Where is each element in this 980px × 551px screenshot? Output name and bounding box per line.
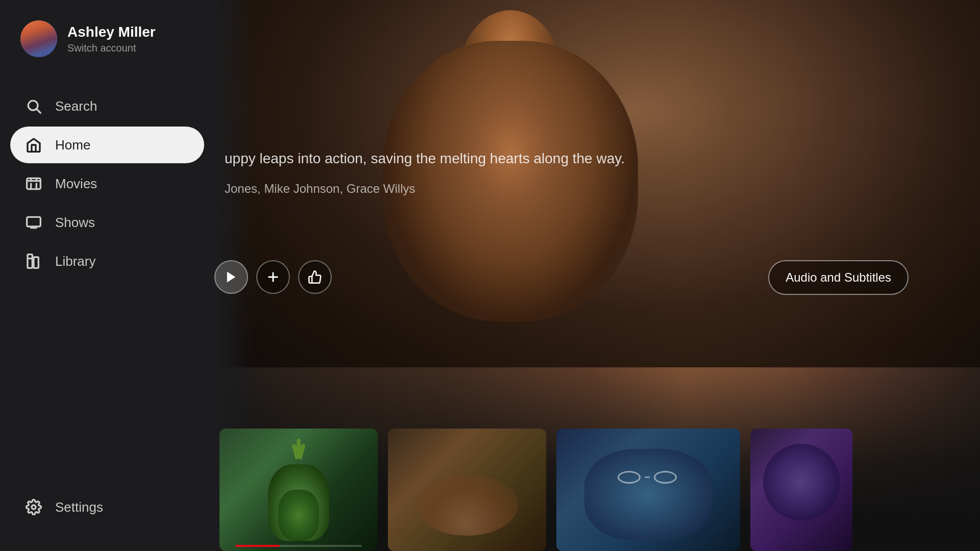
search-icon: [24, 97, 43, 115]
thumbnail-row: [214, 408, 980, 551]
progress-fill: [235, 545, 280, 547]
sidebar-item-settings[interactable]: Settings: [10, 489, 204, 525]
sidebar-item-search[interactable]: Search: [10, 88, 204, 124]
thumbnail-item[interactable]: [219, 429, 378, 551]
hero-text-area: uppy leaps into action, saving the melti…: [225, 148, 633, 216]
audio-subtitles-button[interactable]: Audio and Subtitles: [768, 260, 909, 295]
svg-rect-8: [27, 217, 41, 227]
home-label: Home: [55, 137, 90, 153]
settings-icon: [24, 498, 43, 516]
like-button[interactable]: [298, 260, 332, 294]
settings-section: Settings: [0, 479, 214, 551]
library-icon: [24, 252, 43, 270]
svg-rect-11: [28, 255, 32, 268]
svg-rect-12: [34, 257, 38, 268]
shows-icon: [24, 213, 43, 232]
svg-marker-15: [227, 272, 235, 283]
hero-cast: Jones, Mike Johnson, Grace Willys: [225, 182, 633, 196]
thumbnail-item[interactable]: [750, 429, 852, 551]
nav-section: Search Home: [0, 78, 214, 479]
avatar-image: [20, 20, 57, 57]
sidebar-item-library[interactable]: Library: [10, 243, 204, 280]
hero-description: uppy leaps into action, saving the melti…: [225, 148, 633, 169]
sidebar-item-shows[interactable]: Shows: [10, 204, 204, 241]
play-button[interactable]: [214, 260, 248, 294]
settings-label: Settings: [55, 499, 103, 515]
switch-account-link[interactable]: Switch account: [67, 42, 156, 54]
action-buttons-row: [214, 260, 332, 294]
svg-rect-2: [27, 178, 41, 189]
thumbnail-item[interactable]: [556, 429, 740, 551]
user-name: Ashley Miller: [67, 23, 156, 41]
user-info: Ashley Miller Switch account: [67, 23, 156, 55]
sidebar-item-home[interactable]: Home: [10, 127, 204, 163]
movies-label: Movies: [55, 176, 97, 192]
user-section[interactable]: Ashley Miller Switch account: [0, 0, 214, 78]
movies-icon: [24, 174, 43, 193]
main-content: uppy leaps into action, saving the melti…: [214, 0, 980, 551]
add-to-list-button[interactable]: [256, 260, 290, 294]
svg-point-14: [32, 505, 36, 509]
library-label: Library: [55, 254, 95, 269]
svg-line-1: [37, 109, 40, 113]
search-label: Search: [55, 98, 97, 114]
progress-bar: [235, 545, 362, 547]
thumbnail-item[interactable]: [388, 429, 546, 551]
sidebar-item-movies[interactable]: Movies: [10, 165, 204, 202]
avatar: [20, 20, 57, 57]
sidebar: Ashley Miller Switch account Search: [0, 0, 214, 551]
home-icon: [24, 136, 43, 154]
shows-label: Shows: [55, 215, 95, 231]
